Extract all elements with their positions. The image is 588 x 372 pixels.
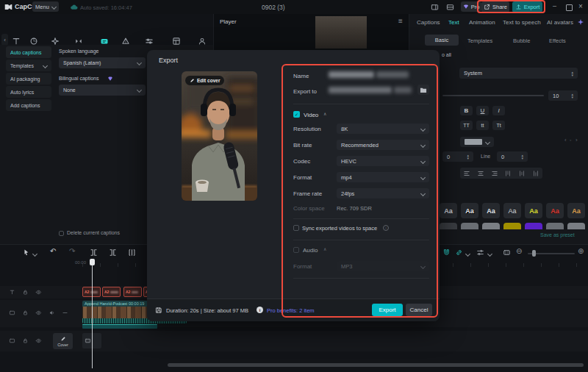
- layout-preview-icon[interactable]: [430, 3, 440, 11]
- chevron-down-icon[interactable]: [487, 251, 492, 257]
- preset-stub[interactable]: [503, 223, 521, 229]
- name-value-redacted[interactable]: [376, 71, 409, 78]
- menu-button[interactable]: Menu: [32, 1, 59, 12]
- lock-icon[interactable]: [22, 310, 29, 316]
- resolution-select[interactable]: 8K: [337, 124, 429, 134]
- preset-carousel-left-icon[interactable]: ‹: [564, 137, 567, 143]
- linked-audio-bar[interactable]: [82, 324, 157, 329]
- redo-icon[interactable]: ↷: [69, 247, 75, 255]
- browse-folder-button[interactable]: [417, 85, 429, 95]
- pro-benefits-link[interactable]: Pro benefits: 2 item: [267, 307, 315, 314]
- save-as-preset-link[interactable]: Save as preset: [540, 232, 575, 237]
- eye-icon[interactable]: [35, 289, 42, 296]
- tab-text[interactable]: Text: [448, 19, 459, 26]
- subtab-effects[interactable]: Effects: [549, 37, 566, 44]
- preset-carousel-right-icon[interactable]: ›: [576, 137, 578, 143]
- nav-auto-lyrics[interactable]: Auto lyrics: [6, 86, 51, 98]
- preset-style-3[interactable]: Aa: [482, 203, 500, 218]
- delete-captions-checkbox[interactable]: [59, 231, 64, 236]
- underline-button[interactable]: U: [476, 106, 489, 115]
- collapse-audio-icon[interactable]: ∧: [323, 246, 326, 251]
- bitrate-select[interactable]: Recommended: [337, 140, 429, 150]
- pro-badge[interactable]: Pro: [461, 1, 481, 12]
- cancel-button[interactable]: Cancel: [406, 304, 432, 316]
- align-center-icon[interactable]: [477, 170, 484, 177]
- preset-stub[interactable]: [525, 223, 542, 229]
- bold-button[interactable]: B: [460, 106, 473, 115]
- export-to-value-redacted[interactable]: [329, 87, 392, 93]
- preset-stub[interactable]: [546, 223, 564, 229]
- name-value-redacted[interactable]: [329, 71, 374, 78]
- more-icon[interactable]: [62, 310, 68, 316]
- uppercase-button[interactable]: TT: [460, 121, 473, 130]
- eye-icon[interactable]: [35, 337, 42, 344]
- preset-style-1[interactable]: Aa: [440, 203, 457, 218]
- timeline-scrollbar[interactable]: [168, 363, 584, 367]
- audio-checkbox[interactable]: [293, 247, 299, 253]
- lock-icon[interactable]: [22, 337, 29, 344]
- track-options-icon[interactable]: [476, 248, 484, 257]
- format-select[interactable]: mp4: [337, 172, 429, 182]
- lowercase-button[interactable]: tt: [476, 121, 489, 130]
- tab-text-to-speech[interactable]: Text to speech: [503, 19, 541, 26]
- nav-add-captions[interactable]: Add captions: [6, 99, 51, 111]
- caption-clip[interactable]: A2: [123, 287, 142, 297]
- stepper-icon[interactable]: ▴▾: [521, 154, 523, 160]
- valign-middle-icon[interactable]: [518, 170, 526, 177]
- align-left-icon[interactable]: [463, 170, 470, 177]
- cover-button[interactable]: Cover: [53, 333, 73, 349]
- export-button-top[interactable]: Export: [512, 1, 542, 12]
- playhead-line[interactable]: [92, 259, 93, 368]
- preset-style-2[interactable]: Aa: [461, 203, 478, 218]
- stepper-icon[interactable]: ▴▾: [467, 154, 469, 160]
- preset-style-4[interactable]: Aa: [503, 203, 521, 218]
- text-color-select[interactable]: [460, 137, 494, 147]
- preset-stub[interactable]: [482, 223, 500, 229]
- player-menu-icon[interactable]: ≡: [398, 17, 403, 25]
- nav-ai-packaging[interactable]: AI packaging: [6, 73, 51, 85]
- split-right-icon[interactable]: [128, 248, 136, 257]
- minimize-icon[interactable]: –: [553, 2, 556, 10]
- spoken-language-select[interactable]: Spanish (Latam): [59, 57, 146, 68]
- subtab-templates[interactable]: Templates: [467, 37, 492, 44]
- font-size-box[interactable]: 10 ▴▾: [548, 90, 578, 101]
- subtab-bubble[interactable]: Bubble: [513, 37, 530, 44]
- close-icon[interactable]: ×: [578, 2, 583, 10]
- magnet-icon[interactable]: [442, 248, 451, 257]
- lock-icon[interactable]: [22, 289, 29, 296]
- zoom-out-icon[interactable]: ⊖: [516, 247, 522, 255]
- italic-button[interactable]: I: [492, 106, 505, 115]
- timeline-zoom-knob[interactable]: [532, 250, 536, 257]
- preset-style-7[interactable]: Aa: [567, 203, 585, 218]
- split-left-icon[interactable]: [90, 248, 98, 257]
- select-tool-icon[interactable]: [22, 248, 30, 257]
- maximize-icon[interactable]: [566, 4, 573, 11]
- nav-templates[interactable]: Templates: [6, 60, 51, 71]
- preset-style-6[interactable]: Aa: [546, 203, 564, 218]
- preset-style-5[interactable]: Aa: [525, 203, 542, 218]
- collapse-video-icon[interactable]: ∧: [323, 111, 326, 116]
- font-family-select[interactable]: System ▴▾: [459, 68, 578, 79]
- export-to-value-redacted[interactable]: [394, 87, 412, 93]
- sync-checkbox[interactable]: [293, 225, 299, 231]
- align-right-icon[interactable]: [491, 170, 498, 177]
- framerate-select[interactable]: 24fps: [337, 188, 429, 198]
- split-icon[interactable]: [109, 248, 117, 257]
- tab-animation[interactable]: Animation: [469, 19, 495, 26]
- link-icon[interactable]: [455, 248, 463, 257]
- stepper-icon[interactable]: ▴▾: [571, 71, 573, 76]
- valign-bottom-icon[interactable]: [532, 170, 539, 177]
- font-size-slider[interactable]: [442, 95, 544, 96]
- subtab-basic[interactable]: Basic: [425, 35, 459, 46]
- stepper-icon[interactable]: ▴▾: [571, 93, 573, 99]
- chevron-down-icon[interactable]: [465, 251, 470, 257]
- preset-stub[interactable]: [461, 223, 478, 229]
- codec-select[interactable]: HEVC: [337, 156, 429, 166]
- export-confirm-button[interactable]: Export: [372, 304, 403, 316]
- caption-clip[interactable]: A2: [102, 287, 121, 297]
- speaker-icon[interactable]: [49, 310, 55, 316]
- chevron-down-icon[interactable]: [32, 251, 37, 257]
- zoom-in-icon[interactable]: ⊕: [578, 247, 584, 255]
- collapse-panel-button[interactable]: ‹: [1, 34, 8, 46]
- titlecase-button[interactable]: Tt: [492, 121, 505, 130]
